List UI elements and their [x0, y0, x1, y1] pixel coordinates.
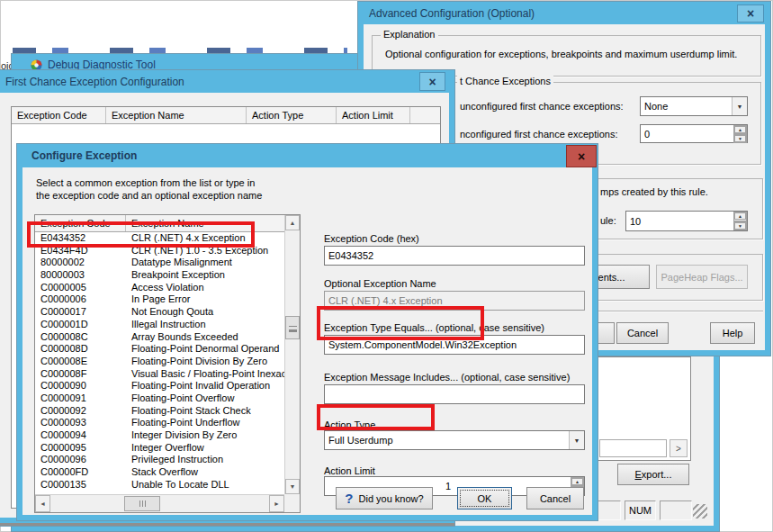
screenshot-frame: oid Debug Diagnostic Tool > Export...	[0, 0, 773, 532]
pageheap-flags-button[interactable]: PageHeap Flags...	[656, 265, 748, 289]
chevron-down-icon[interactable]: ▼	[732, 97, 747, 115]
ok-button[interactable]: OK	[457, 487, 512, 509]
annotation-highlight-action-type	[317, 404, 435, 430]
list-row[interactable]: C0000005Access Violation	[35, 282, 284, 294]
exception-name-cell: Not Enough Qouta	[131, 306, 213, 319]
list-row[interactable]: C0000094Integer Division By Zero	[35, 429, 284, 442]
debugdiag-app-icon	[31, 59, 42, 71]
chevron-down-icon[interactable]: ▼	[569, 431, 584, 449]
spin-up-glyph: ▲	[734, 126, 746, 133]
close-glyph: ×	[428, 76, 436, 88]
unconfigured-action-limit-spinner[interactable]: 0 ▲ ▼	[640, 124, 748, 143]
help-button[interactable]: Help	[710, 322, 755, 344]
action-type-select[interactable]: Full Userdump ▼	[324, 430, 585, 450]
cancel-button[interactable]: Cancel	[616, 322, 669, 344]
scrollbar-thumb[interactable]	[285, 316, 300, 339]
exception-name-cell: Floating-Point Division By Zero	[131, 356, 267, 368]
exception-code-cell: C0000090	[40, 380, 86, 392]
vertical-scrollbar[interactable]: ▲ ▼	[284, 215, 300, 494]
horizontal-scrollbar[interactable]: ◄ ►	[35, 494, 284, 512]
exception-code-cell: C000008D	[40, 343, 88, 356]
unconfigured-action-type-select[interactable]: None ▼	[640, 96, 748, 116]
list-row[interactable]: C000008EFloating-Point Division By Zero	[35, 356, 284, 368]
userdump-limit-text: mps created by this rule.	[600, 186, 708, 197]
exception-code-cell: C000008E	[40, 356, 87, 368]
exception-name-cell: Datatype Misalignment	[131, 257, 232, 269]
list-row[interactable]: C0000091Floating-Point Overflow	[35, 392, 284, 405]
exception-code-label: Exception Code (hex)	[324, 233, 419, 244]
cancel-button[interactable]: Cancel	[526, 487, 584, 509]
export-label-initial: E	[635, 469, 642, 480]
list-row[interactable]: C00000FDStack Overflow	[35, 466, 284, 479]
scroll-left-button[interactable]: ◄	[35, 495, 50, 512]
exception-code-cell: C0000093	[40, 417, 86, 429]
spin-down-icon[interactable]: ▼	[733, 221, 747, 231]
column-header-exception-name[interactable]: Exception Name	[106, 107, 247, 123]
scroll-right-button[interactable]: ►	[269, 495, 284, 512]
column-header-action-limit[interactable]: Action Limit	[337, 107, 410, 123]
exception-code-input[interactable]	[324, 246, 585, 266]
annotation-highlight-exception-type	[317, 306, 484, 340]
list-row[interactable]: C0000096Privileged Instruction	[35, 454, 284, 466]
list-row[interactable]: C000008FVisual Basic / Floating-Point In…	[35, 368, 284, 381]
list-row[interactable]: C0000095Integer Overflow	[35, 442, 284, 455]
list-row[interactable]: C0000092Floating-Point Stack Check	[35, 405, 284, 418]
list-row[interactable]: C0000093Floating-Point Underflow	[35, 417, 284, 429]
configure-dialog-title: Configure Exception	[31, 149, 137, 162]
column-header-filler	[410, 107, 440, 123]
list-row[interactable]: C0000135Unable To Locate DLL	[35, 479, 284, 491]
exception-code-cell: C0000094	[40, 429, 86, 442]
list-row[interactable]: C0000006In Page Error	[35, 293, 284, 306]
resize-grip[interactable]	[693, 504, 707, 518]
explanation-text: Optional configuration for exceptions, b…	[385, 49, 737, 59]
statusbar-section	[660, 500, 692, 520]
advanced-dialog-titlebar[interactable]: Advanced Configuration (Optional)	[364, 2, 764, 24]
pane-scroll-right-button[interactable]: >	[670, 439, 688, 457]
configure-exception-dialog: Configure Exception × Select a common ex…	[17, 144, 598, 520]
userdump-limit-spinner[interactable]: 10 ▲ ▼	[625, 211, 748, 231]
exception-name-cell: Floating-Point Stack Check	[131, 405, 251, 418]
column-header-action-type[interactable]: Action Type	[247, 107, 337, 123]
close-icon[interactable]: ×	[737, 5, 764, 23]
list-row[interactable]: C0000017Not Enough Qouta	[35, 306, 284, 319]
first-chance-dialog-titlebar[interactable]: First Chance Exception Configuration	[0, 70, 448, 93]
exception-message-includes-input[interactable]	[324, 384, 585, 404]
pageheap-flags-label: PageHeap Flags...	[661, 272, 742, 283]
column-header-exception-code[interactable]: Exception Code	[12, 107, 106, 123]
scroll-down-button[interactable]: ▼	[285, 479, 300, 494]
exception-name-cell: Floating-Point Invalid Operation	[131, 380, 270, 392]
exception-code-cell: C0000006	[40, 293, 86, 306]
exception-code-cell: 80000003	[40, 269, 85, 282]
pane-scroll-track[interactable]	[599, 439, 667, 457]
configure-dialog-titlebar[interactable]: Configure Exception	[22, 144, 591, 167]
list-row[interactable]: C000008CArray Bounds Exceeded	[35, 331, 284, 344]
main-window-title: Debug Diagnostic Tool	[48, 59, 156, 71]
exception-code-cell: C0000092	[40, 405, 86, 418]
help-label: Help	[723, 328, 743, 338]
list-row[interactable]: C000008DFloating-Point Denormal Operand	[35, 343, 284, 356]
scrollbar-thumb[interactable]	[124, 496, 160, 511]
spin-down-icon[interactable]: ▼	[733, 134, 747, 143]
ok-label: OK	[478, 493, 492, 504]
list-row[interactable]: C000001DIllegal Instruction	[35, 319, 284, 331]
exception-name-cell: Breakpoint Exception	[131, 269, 225, 282]
exception-code-cell: C0000017	[40, 306, 86, 319]
scroll-left-icon: ◄	[40, 500, 46, 507]
spin-up-icon[interactable]: ▲	[571, 477, 584, 486]
scroll-up-button[interactable]: ▲	[285, 215, 300, 230]
list-row[interactable]: C0000090Floating-Point Invalid Operation	[35, 380, 284, 392]
spinner-value: 1	[445, 481, 454, 491]
spin-up-icon[interactable]: ▲	[733, 212, 747, 221]
spin-up-icon[interactable]: ▲	[733, 125, 747, 134]
exception-name-cell: Integer Overflow	[131, 442, 204, 455]
did-you-know-button[interactable]: ? Did you know?	[336, 487, 433, 509]
exception-code-cell: 80000002	[40, 257, 85, 269]
list-row[interactable]: 80000002Datatype Misalignment	[35, 257, 284, 269]
exception-code-cell: C0000095	[40, 442, 86, 455]
close-icon[interactable]: ×	[419, 72, 445, 91]
close-icon[interactable]: ×	[566, 145, 597, 167]
scroll-right-icon: ►	[274, 500, 280, 507]
export-button[interactable]: Export...	[617, 464, 689, 485]
exception-message-includes-label: Exception Message Includes... (optional,…	[324, 372, 570, 383]
list-row[interactable]: 80000003Breakpoint Exception	[35, 269, 284, 282]
